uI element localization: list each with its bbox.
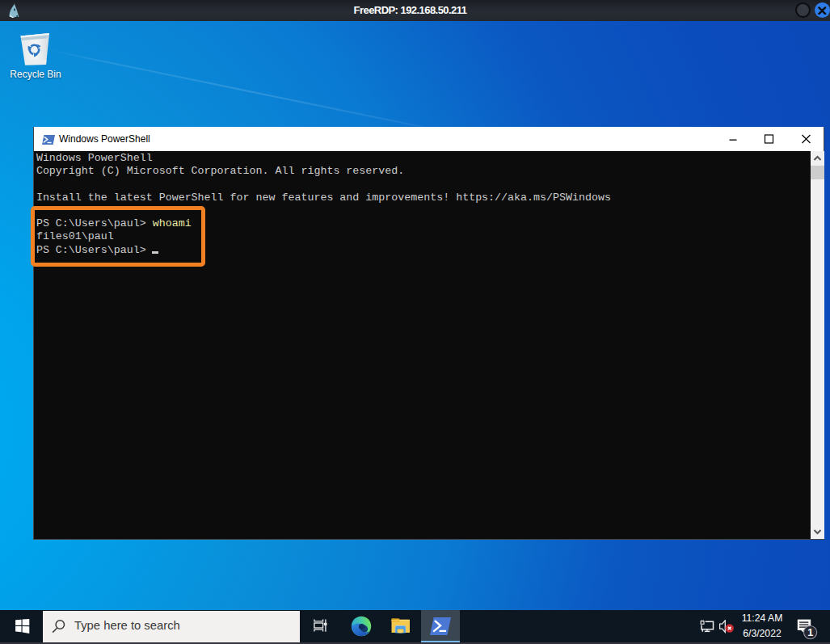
- svg-text:1: 1: [807, 627, 813, 638]
